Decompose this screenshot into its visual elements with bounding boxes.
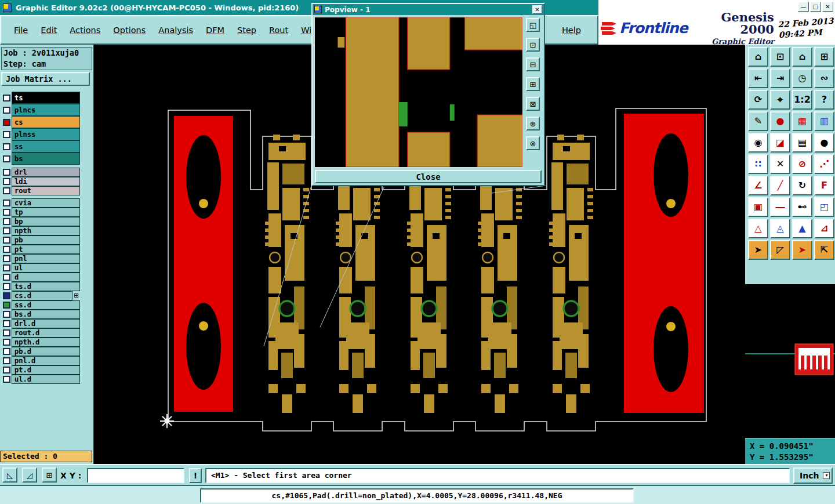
layer-visibility-checkbox[interactable] [3,264,10,271]
tool-triangle-filled-button[interactable]: ▲ [792,219,812,238]
tool-tile-windows-button[interactable]: ⊞ [814,47,834,67]
layer-visibility-checkbox[interactable] [3,178,10,185]
tool-dock-left-button[interactable]: ⇤ [748,68,768,88]
popview-close-button[interactable]: Close [315,170,542,183]
layer-name[interactable]: cs [12,116,80,128]
layer-visibility-checkbox[interactable] [3,246,10,253]
tool-snake-button[interactable]: ∾ [814,68,834,88]
menu-dfm[interactable]: DFM [206,26,224,35]
layer-name[interactable]: cs.d [12,291,72,300]
layer-name[interactable]: rout.d [12,328,80,338]
units-dropdown[interactable]: Inch ▾ [793,467,833,484]
tool-dock-right-button[interactable]: ⇥ [770,68,790,88]
popview-tool-6-button[interactable]: ⊕ [526,117,540,130]
tool-select-arrow-button[interactable]: ➤ [748,240,768,260]
layer-name[interactable]: ul.d [12,375,80,384]
layer-visibility-checkbox[interactable] [3,302,10,309]
popview-canvas[interactable] [314,17,523,168]
layer-visibility-checkbox[interactable] [3,329,10,336]
layer-visibility-checkbox[interactable] [3,292,10,299]
menu-actions[interactable]: Actions [70,26,100,35]
tool-ruler-button[interactable]: ▤ [792,133,812,153]
layer-name[interactable]: bp [12,217,80,226]
layer-name[interactable]: cvia [12,198,80,208]
bottom-tool-2-button[interactable]: ◿ [22,467,37,483]
layer-name[interactable]: ss [12,140,80,153]
popview-close-icon[interactable]: ✕ [532,5,542,14]
layer-visibility-checkbox[interactable] [3,218,10,225]
popview-tool-2-button[interactable]: ⊡ [526,38,540,52]
layer-visibility-checkbox[interactable] [3,348,10,355]
layer-name[interactable]: ul [12,263,80,273]
popview-tool-7-button[interactable]: ⊗ [526,136,540,150]
layer-visibility-checkbox[interactable] [3,255,10,262]
tool-corner-box-button[interactable]: ◰ [814,197,834,217]
layer-name[interactable]: drl [12,168,80,177]
layer-visibility-checkbox[interactable] [3,376,10,383]
tool-grid-blue-button[interactable]: ▥ [814,111,834,131]
popview-tool-3-button[interactable]: ⊟ [526,57,540,71]
layer-visibility-checkbox[interactable] [3,237,10,244]
layer-name[interactable]: pt.d [12,365,80,375]
tool-mirror-f-button[interactable]: Ϝ [814,176,834,195]
tool-triangle-dot-button[interactable]: ◬ [770,219,790,238]
layer-visibility-checkbox[interactable] [3,311,10,318]
menu-edit[interactable]: Edit [41,26,57,35]
menu-analysis[interactable]: Analysis [158,26,193,35]
layer-visibility-checkbox[interactable] [3,274,10,281]
tool-home-alt-button[interactable]: ⌂ [792,47,812,67]
layer-visibility-checkbox[interactable] [3,320,10,327]
layer-name[interactable]: tp [12,208,80,217]
menu-rout[interactable]: Rout [269,26,288,35]
tool-diag-dots-button[interactable]: ⋰ [814,154,834,174]
tool-pad-dot-button[interactable]: ◉ [748,133,768,153]
menu-step[interactable]: Step [237,26,256,35]
layer-name[interactable]: ts.d [12,282,80,291]
bang-button[interactable]: ! [189,468,202,483]
layer-name[interactable]: rout [12,186,80,195]
layer-name[interactable]: pb [12,235,80,245]
popview-tool-5-button[interactable]: ⊠ [526,97,540,111]
layer-name[interactable]: npth.d [12,338,80,347]
layer-visibility-checkbox[interactable] [3,209,10,216]
layer-name[interactable]: ts [12,92,80,104]
tool-red-dot-button[interactable]: ● [770,111,790,131]
layer-name[interactable]: pnl.d [12,356,80,365]
tool-slash-button[interactable]: ╱ [770,176,790,195]
layer-visibility-checkbox[interactable] [3,131,10,138]
tool-measure-button[interactable]: ⊷ [792,197,812,217]
menu-help[interactable]: Help [562,26,581,35]
layer-name[interactable]: bs [12,153,80,165]
layer-visibility-checkbox[interactable] [3,339,10,346]
tool-red-frame-button[interactable]: ▣ [748,197,768,217]
layer-visibility-checkbox[interactable] [3,143,10,150]
layer-visibility-checkbox[interactable] [3,187,10,194]
tool-blue-pads-button[interactable]: ∷ [748,154,768,174]
tool-filled-circle-button[interactable]: ● [814,133,834,153]
layer-visibility-checkbox[interactable] [3,367,10,374]
minimize-button[interactable]: — [798,2,809,12]
popview-tool-4-button[interactable]: ⊞ [526,77,540,91]
tool-triangle-right-button[interactable]: ⊿ [814,219,834,238]
tool-triangle-outline-button[interactable]: △ [748,219,768,238]
layer-visibility-checkbox[interactable] [3,119,10,126]
popview-tool-1-button[interactable]: ◱ [526,18,540,32]
tool-angle-button[interactable]: ∠ [748,176,768,195]
tool-delete-x-button[interactable]: ✕ [770,154,790,174]
tool-zoom-1-2-button[interactable]: 1:2 [792,90,812,110]
xy-input[interactable] [87,468,184,483]
tool-pen-button[interactable]: ✎ [748,111,768,131]
layer-name[interactable]: ldi [12,177,80,186]
tool-clock-button[interactable]: ◷ [792,68,812,88]
tool-help-button[interactable]: ? [814,90,834,110]
layer-visibility-checkbox[interactable] [3,283,10,290]
tool-select-arrow-red-button[interactable]: ➤ [792,240,812,260]
layer-visibility-checkbox[interactable] [3,200,10,206]
tool-red-line-button[interactable]: ― [770,197,790,217]
tool-rotate-cw-button[interactable]: ↻ [792,176,812,195]
layer-visibility-checkbox[interactable] [3,357,10,364]
layer-name[interactable]: ss.d [12,300,80,310]
tool-target-button[interactable]: ⌖ [770,90,790,110]
layer-visibility-checkbox[interactable] [3,155,10,162]
tool-half-fill-button[interactable]: ◪ [770,133,790,153]
